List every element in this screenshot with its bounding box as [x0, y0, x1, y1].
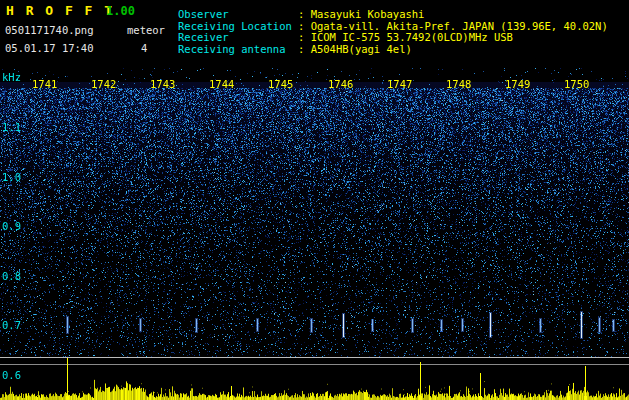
time-axis-label: 1745 [268, 78, 293, 90]
mode-label: meteor [127, 24, 165, 36]
time-axis-label: 1743 [150, 78, 175, 90]
info-row: Observer : Masayuki Kobayashi [178, 9, 608, 21]
freq-axis-label: 1.0 [2, 171, 21, 183]
freq-axis-label: 0.6 [2, 369, 21, 381]
time-axis-label: 1742 [91, 78, 116, 90]
time-axis-label: 1747 [387, 78, 412, 90]
spectrogram-canvas [0, 68, 629, 357]
info-value: : A504HB(yagi 4el) [298, 44, 412, 56]
datetime-label: 05.01.17 17:40 [5, 42, 94, 54]
info-value: : Masayuki Kobayashi [298, 9, 424, 21]
freq-axis-unit: kHz [2, 71, 21, 83]
info-label: Receiving antenna [178, 44, 298, 56]
info-row: Receiving antenna : A504HB(yagi 4el) [178, 44, 608, 56]
time-axis-label: 1746 [328, 78, 353, 90]
time-axis-label: 1741 [32, 78, 57, 90]
level-graph-canvas [0, 357, 629, 400]
app-title: H R O F F T [6, 3, 114, 18]
output-filename: 0501171740.png [5, 24, 94, 36]
time-axis-label: 1748 [446, 78, 471, 90]
station-info: Observer : Masayuki Kobayashi Receiving … [178, 9, 608, 55]
freq-axis-label: 0.9 [2, 220, 21, 232]
freq-axis-label: 0.8 [2, 270, 21, 282]
freq-axis-label: 1.1 [2, 121, 21, 133]
app-version: 1.00 [106, 4, 135, 18]
hrofft-window: H R O F F T 1.00 0501171740.png meteor 0… [0, 0, 629, 400]
info-label: Observer [178, 9, 298, 21]
time-axis-label: 1750 [564, 78, 589, 90]
time-axis-label: 1749 [505, 78, 530, 90]
time-axis-label: 1744 [209, 78, 234, 90]
meteor-count: 4 [141, 42, 147, 54]
freq-axis-label: 0.7 [2, 319, 21, 331]
